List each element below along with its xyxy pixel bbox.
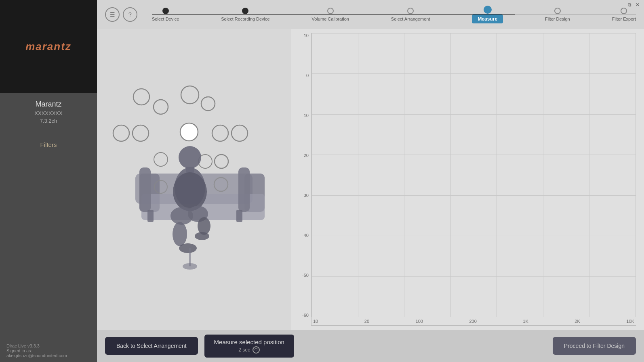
mic-position-active	[180, 123, 198, 141]
sidebar-divider	[10, 133, 87, 133]
measure-btn-label: Measure selected position	[214, 339, 284, 345]
wizard-steps: Select Device Select Recording Device Vo…	[144, 6, 644, 23]
svg-rect-7	[147, 210, 154, 222]
help-icon: ?	[128, 11, 132, 18]
x-label-20: 20	[364, 319, 369, 324]
sidebar-bottom: Dirac Live v3.3.3 Signed in as: aker.jit…	[0, 339, 97, 362]
dirac-version: Dirac Live v3.3.3	[6, 343, 90, 348]
arrangement-panel	[97, 29, 291, 330]
bottom-bar: Back to Select Arrangement Measure selec…	[97, 330, 644, 362]
svg-point-15	[173, 222, 187, 246]
step-label-2: Select Recording Device	[221, 17, 269, 21]
svg-rect-6	[238, 167, 250, 212]
chart-y-axis: 10 0 -10 -20 -30 -40 -50 -60	[295, 33, 311, 326]
step-select-arrangement[interactable]: Select Arrangement	[391, 8, 430, 21]
step-dot-6	[554, 8, 561, 14]
wizard-buttons: ☰ ?	[105, 7, 137, 22]
y-label-n20: -20	[302, 153, 309, 158]
filters-label: Filters	[40, 141, 57, 148]
back-to-arrangement-button[interactable]: Back to Select Arrangement	[105, 337, 198, 355]
x-label-10: 10	[313, 319, 318, 324]
x-label-2k: 2K	[575, 319, 580, 324]
chart-area: 10 0 -10 -20 -30 -40 -50 -60	[295, 33, 636, 326]
x-label-1k: 1K	[523, 319, 528, 324]
menu-icon: ☰	[110, 11, 115, 18]
x-label-200: 200	[469, 319, 476, 324]
signed-in-info: Signed in as: aker.jitsuzu@soundunited.c…	[6, 348, 90, 358]
step-dot-7	[621, 8, 627, 14]
y-label-n10: -10	[302, 113, 309, 118]
y-label-n30: -30	[302, 193, 309, 198]
chart-panel: 10 0 -10 -20 -30 -40 -50 -60	[291, 29, 644, 330]
device-serial: XXXXXXXX	[34, 110, 62, 116]
y-label-n50: -50	[302, 273, 309, 278]
step-label-1: Select Device	[152, 17, 179, 21]
brand-logo: marantz	[25, 40, 72, 53]
chart-grid: 10 20 100 200 1K 2K 10K	[311, 33, 636, 326]
svg-point-17	[179, 243, 197, 253]
menu-button[interactable]: ☰	[105, 7, 120, 22]
x-label-10k: 10K	[626, 319, 634, 324]
close-button[interactable]: ✕	[634, 2, 641, 8]
step-label-6: Filter Design	[545, 17, 570, 21]
measure-duration: 2 sec	[238, 347, 250, 353]
device-info: Marantz XXXXXXXX 7.3.2ch	[0, 93, 97, 128]
step-dot-3	[327, 8, 334, 14]
y-label-n60: -60	[302, 313, 309, 318]
proceed-to-filter-design-button[interactable]: Proceed to Filter Design	[553, 337, 636, 355]
svg-point-18	[195, 232, 209, 240]
measure-btn-sub: 2 sec ⏱	[238, 346, 260, 354]
step-dot-5	[484, 6, 492, 14]
help-button[interactable]: ?	[123, 7, 137, 22]
svg-rect-5	[139, 167, 151, 212]
main-area: ⧉ ✕ ☰ ? Select Device Select Rec	[97, 0, 644, 362]
svg-rect-8	[236, 210, 242, 222]
logo-area: marantz	[0, 0, 97, 93]
step-label-4: Select Arrangement	[391, 17, 430, 21]
sidebar: marantz Marantz XXXXXXXX 7.3.2ch Filters…	[0, 0, 97, 362]
device-channels: 7.3.2ch	[40, 118, 57, 124]
step-select-device[interactable]: Select Device	[152, 8, 179, 21]
step-label-5-active: Measure	[472, 15, 503, 23]
measure-position-button[interactable]: Measure selected position 2 sec ⏱	[204, 335, 294, 358]
wizard-bar: ☰ ? Select Device Select Recording Devic…	[97, 0, 644, 29]
step-dot-4	[407, 8, 414, 14]
restore-button[interactable]: ⧉	[626, 2, 633, 8]
y-label-n40: -40	[302, 233, 309, 238]
svg-point-12	[173, 172, 207, 211]
svg-point-10	[179, 146, 201, 169]
step-filter-export[interactable]: Filter Export	[612, 8, 636, 21]
y-label-0: 0	[306, 73, 309, 78]
step-measure[interactable]: Measure	[472, 6, 503, 23]
step-label-7: Filter Export	[612, 17, 636, 21]
device-name: Marantz	[35, 100, 61, 109]
step-dot-1	[162, 8, 169, 14]
chart-x-axis: 10 20 100 200 1K 2K 10K	[311, 317, 636, 325]
step-dot-2	[242, 8, 248, 14]
timer-icon: ⏱	[253, 346, 260, 354]
step-volume-calibration[interactable]: Volume Calibration	[312, 8, 349, 21]
window-controls: ⧉ ✕	[626, 2, 641, 8]
step-select-recording[interactable]: Select Recording Device	[221, 8, 269, 21]
x-label-100: 100	[416, 319, 423, 324]
step-filter-design[interactable]: Filter Design	[545, 8, 570, 21]
y-label-10: 10	[304, 33, 309, 38]
step-label-3: Volume Calibration	[312, 17, 349, 21]
content-row: 10 0 -10 -20 -30 -40 -50 -60	[97, 29, 644, 330]
seating-illustration	[101, 42, 287, 317]
vertical-gridlines	[311, 33, 636, 317]
